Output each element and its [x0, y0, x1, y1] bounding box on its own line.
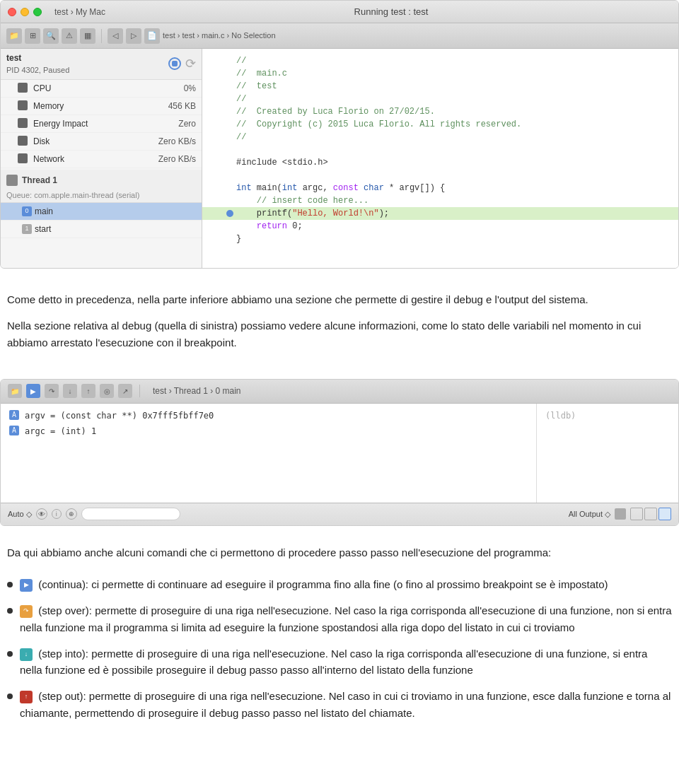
continue-icon[interactable]: ▶: [26, 384, 40, 398]
thread-queue: Queue: com.apple.main-thread (serial): [6, 189, 196, 201]
step-out-inline-icon: ↑: [20, 691, 33, 703]
process-pid: PID 4302, Paused: [6, 64, 69, 76]
code-editor: // // main.c // test: [202, 49, 678, 268]
layout-icon[interactable]: ▦: [80, 28, 95, 44]
code-area: // // main.c // test: [202, 49, 678, 268]
code-line-10: [202, 169, 678, 182]
step-out-icon[interactable]: ↑: [81, 384, 95, 398]
share-icon[interactable]: ↗: [118, 384, 132, 398]
stack-num-0: 0: [22, 206, 32, 216]
info-icon[interactable]: i: [52, 509, 62, 519]
bullet-item-step-into: ↓ (step into): permette di proseguire di…: [7, 645, 672, 679]
code-line-7: //: [202, 131, 678, 144]
bullet-text-step-over: (step over): permette di proseguire di u…: [20, 604, 672, 633]
breadcrumb-left: test › My Mac: [54, 6, 105, 18]
code-line-13: printf("Hello, World!\n");: [202, 207, 678, 220]
pause-indicator: [168, 57, 181, 70]
breadcrumb-text: test › Thread 1 › 0 main: [153, 385, 241, 397]
trash-icon[interactable]: [615, 508, 626, 520]
thread-section: Thread 1 Queue: com.apple.main-thread (s…: [1, 170, 202, 204]
energy-label: Energy Impact: [33, 117, 178, 130]
close-button[interactable]: [8, 8, 16, 16]
step-over-icon[interactable]: ↷: [45, 384, 59, 398]
debugger-main: A argv = (const char **) 0x7fff5fbff7e0 …: [1, 404, 678, 503]
code-text: // insert code here...: [236, 194, 368, 207]
bullet-content-step-out: ↑ (step out): permette di proseguire di …: [20, 688, 672, 721]
eye-icon[interactable]: 👁: [36, 508, 47, 520]
bullet-item-continue: ▶ (continua): ci permette di continuare …: [7, 576, 672, 592]
process-info: test PID 4302, Paused: [6, 52, 69, 76]
folder-icon[interactable]: 📁: [8, 384, 22, 398]
layout-icon-2[interactable]: [644, 508, 657, 520]
filter-input[interactable]: [81, 508, 180, 520]
network-label: Network: [33, 153, 158, 165]
output-select[interactable]: All Output ◇: [569, 508, 610, 520]
page-wrapper: test › My Mac Running test : test 📁 ⊞ 🔍 …: [0, 0, 679, 784]
bullet-content-step-over: ↷ (step over): permette di proseguire di…: [20, 602, 672, 636]
continue-inline-icon: ▶: [20, 579, 33, 592]
cpu-wave-icon: ⟳: [185, 54, 196, 74]
traffic-lights: [8, 8, 42, 16]
code-line-1: //: [202, 54, 678, 67]
grid-icon[interactable]: ⊞: [25, 28, 40, 44]
code-text: //: [236, 131, 246, 144]
xcode-screenshot: test › My Mac Running test : test 📁 ⊞ 🔍 …: [0, 0, 679, 269]
debug-row-memory: Memory 456 KB: [1, 98, 202, 115]
code-line-12: // insert code here...: [202, 194, 678, 207]
network-value: Zero KB/s: [158, 153, 196, 165]
bullet-text-continue: (continua): ci permette di continuare ad…: [38, 578, 608, 590]
window-titlebar: test › My Mac Running test : test: [1, 1, 678, 23]
minimize-button[interactable]: [21, 8, 29, 16]
code-text: return 0;: [236, 220, 303, 233]
body-text-2: Da qui abbiamo anche alcuni comandi che …: [0, 537, 679, 576]
maximize-button[interactable]: [33, 8, 42, 16]
layout-icon-3[interactable]: [658, 508, 671, 520]
nav-right-icon[interactable]: ▷: [126, 28, 141, 44]
thread-icon: [6, 175, 18, 186]
warning-icon[interactable]: ⚠: [62, 28, 77, 44]
debug-row-energy: Energy Impact Zero: [1, 115, 202, 133]
bullet-item-step-out: ↑ (step out): permette di proseguire di …: [7, 688, 672, 721]
code-line-6: // Copyright (c) 2015 Luca Florio. All r…: [202, 118, 678, 131]
location-icon[interactable]: ◎: [100, 384, 114, 398]
stack-row-0[interactable]: 0 main: [1, 203, 202, 221]
auto-select[interactable]: Auto ◇: [8, 508, 32, 520]
debugger-bottom-bar: Auto ◇ 👁 i ⊕ All Output ◇: [1, 503, 678, 525]
stack-num-1: 1: [22, 224, 32, 234]
energy-icon: [18, 118, 29, 129]
step-into-inline-icon: ↓: [20, 648, 33, 661]
code-text: //: [236, 54, 246, 67]
bullet-dot: [7, 694, 13, 699]
debugger-toolbar: 📁 ▶ ↷ ↓ ↑ ◎ ↗ test › Thread 1 › 0 main: [1, 380, 678, 404]
breakpoint-indicator: [226, 210, 233, 217]
file-icon: 📄: [144, 28, 160, 44]
stack-row-1[interactable]: 1 start: [1, 221, 202, 238]
var-indicator-argv: A: [9, 410, 19, 420]
xcode-main: test PID 4302, Paused ⟳ CPU: [1, 49, 678, 268]
debug-row-network: Network Zero KB/s: [1, 151, 202, 168]
code-line-11: int main(int argc, const char * argv[]) …: [202, 182, 678, 194]
code-line-15: }: [202, 233, 678, 245]
debug-panel: test PID 4302, Paused ⟳ CPU: [1, 49, 202, 268]
code-text: // main.c: [236, 67, 287, 80]
thread-label: Thread 1: [22, 174, 57, 187]
cpu-label: CPU: [33, 82, 184, 95]
nav-left-icon[interactable]: ◁: [108, 28, 123, 44]
network-icon: [18, 153, 29, 165]
step-into-icon[interactable]: ↓: [63, 384, 77, 398]
folder-icon[interactable]: 📁: [6, 28, 22, 44]
filter-icon[interactable]: ⊕: [66, 508, 77, 520]
body-para-2: Nella sezione relativa al debug (quella …: [7, 317, 672, 351]
var-row-argc: A argc = (int) 1: [9, 425, 528, 438]
code-text: printf("Hello, World!\n");: [236, 207, 389, 220]
bullet-list: ▶ (continua): ci permette di continuare …: [0, 576, 679, 721]
code-line-9: #include <stdio.h>: [202, 156, 678, 169]
body-para-1: Come detto in precedenza, nella parte in…: [7, 291, 672, 308]
layout-icon-1[interactable]: [630, 508, 643, 520]
disk-value: Zero KB/s: [158, 135, 196, 148]
process-row: test PID 4302, Paused ⟳: [1, 49, 202, 80]
debugger-screenshot: 📁 ▶ ↷ ↓ ↑ ◎ ↗ test › Thread 1 › 0 main A…: [0, 379, 679, 526]
memory-icon: [18, 100, 29, 112]
search-icon[interactable]: 🔍: [43, 28, 59, 44]
breadcrumb-right: test › test › main.c › No Selection: [163, 30, 276, 42]
